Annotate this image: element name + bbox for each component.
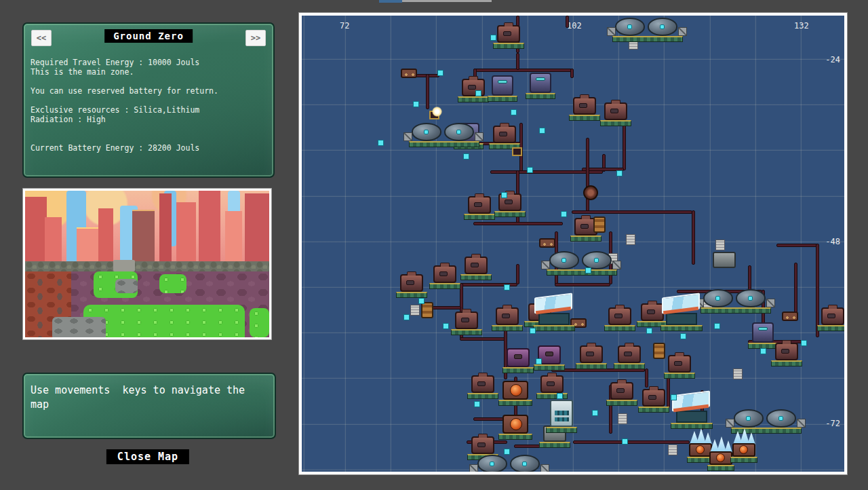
machine-platform [638, 407, 669, 413]
machine-platform [569, 115, 600, 121]
grid-label-y: -24 [825, 55, 840, 64]
grid-label-x: 72 [340, 21, 349, 31]
mtop-detail [675, 352, 684, 356]
machine-platform [547, 269, 617, 276]
zone-info-line [31, 124, 268, 134]
close-map-button[interactable]: Close Map [106, 449, 189, 464]
resource-marker [801, 340, 807, 346]
zone-info-line: You can use reserved battery for return. [31, 86, 268, 96]
map-structure-robot [752, 322, 774, 343]
resource-marker [539, 128, 545, 134]
mwin-detail [580, 224, 589, 229]
map-structure-tank-pair [475, 455, 545, 472]
mwin-detail [547, 381, 555, 386]
mwin-detail [827, 314, 836, 318]
map-structure-machine [493, 126, 516, 143]
crate-detail [797, 419, 806, 428]
resource-marker [671, 394, 677, 400]
mtop-detail [625, 343, 633, 347]
resource-marker [585, 267, 591, 274]
mtop-detail [478, 434, 487, 438]
pipe-segment [692, 210, 695, 265]
pipe-segment [816, 244, 819, 337]
mwin-detail [610, 109, 619, 113]
resource-marker [760, 348, 766, 354]
machine-platform [707, 465, 734, 471]
machine-platform [533, 325, 575, 331]
map-structure-gear [782, 312, 798, 321]
map-structure-note [618, 413, 627, 424]
zone-preview-image [25, 191, 269, 337]
machine-platform [494, 211, 526, 217]
zone-info-panel: << Ground Zero >> Required Travel Energy… [22, 22, 275, 178]
pipe-segment [667, 374, 670, 408]
crate-detail [766, 299, 775, 307]
mtop-detail [615, 305, 624, 309]
map-structure-tower [550, 400, 573, 427]
mtop-detail [611, 100, 620, 104]
machine-platform [467, 393, 498, 399]
crate-detail [475, 132, 484, 141]
resource-marker [437, 70, 443, 76]
next-zone-button[interactable]: >> [245, 30, 266, 46]
map-structure-wheel [583, 185, 598, 200]
map-structure-machine [642, 389, 665, 407]
grid-label-x: 102 [567, 21, 582, 31]
visor-detail [536, 77, 546, 81]
zone-info-line: Current Battery Energy : 28200 Jouls [31, 143, 268, 153]
mwin-detail [586, 352, 595, 356]
resource-marker [443, 323, 449, 329]
mtop-detail [581, 215, 590, 219]
mtop-detail [504, 22, 513, 26]
zone-info-line [31, 96, 268, 105]
hint-panel: Use movements keys to navigate the map [22, 373, 276, 439]
pipe-segment [623, 123, 626, 170]
map-structure-machine [608, 307, 631, 325]
mwin-detail [579, 103, 588, 108]
tankdot-detail [627, 24, 632, 29]
map-structure-machine [580, 345, 603, 363]
prev-zone-button[interactable]: << [31, 30, 52, 46]
tankdot-detail [660, 24, 665, 29]
pipe-segment [426, 74, 429, 109]
pipe-segment [460, 337, 505, 341]
machine-platform [604, 325, 635, 331]
machine-platform [460, 274, 492, 280]
mtop-detail [471, 254, 480, 258]
machine-platform [536, 393, 568, 399]
twin-detail [555, 417, 569, 421]
map-structure-box [512, 147, 522, 156]
zone-info-line [31, 77, 268, 86]
mtop-detail [478, 373, 487, 377]
resource-marker [501, 192, 507, 198]
resource-marker [714, 323, 720, 329]
map-structure-orange [502, 415, 528, 434]
map-structure-machine [465, 257, 488, 274]
mtop-detail [502, 305, 511, 309]
map-structure-gray [713, 252, 736, 268]
map-viewport[interactable]: 72102132-24-48-72 [302, 16, 844, 472]
crate-detail [607, 27, 616, 36]
machine-platform [660, 325, 703, 331]
crate-detail [612, 261, 621, 269]
grid-label-y: -48 [825, 237, 840, 246]
crate-detail [469, 464, 478, 472]
map-structure-barrel [653, 343, 665, 359]
machine-platform [464, 214, 495, 220]
machine-platform [458, 96, 489, 102]
zone-info-line: Radiation : High [31, 115, 268, 124]
map-structure-robot [530, 73, 551, 93]
mwin-detail [616, 388, 625, 393]
mtop-detail [587, 343, 595, 347]
machine-platform [409, 141, 479, 147]
pipe-segment [555, 283, 610, 286]
resource-marker [536, 358, 542, 364]
tankdot-detail [490, 461, 494, 466]
tankdot-detail [456, 130, 461, 134]
resource-marker [646, 328, 652, 334]
machine-platform [600, 120, 631, 126]
mwin-detail [471, 263, 479, 267]
map-structure-barrel [421, 302, 433, 318]
map-structure-machine [618, 345, 641, 363]
map-structure-note [715, 240, 725, 250]
